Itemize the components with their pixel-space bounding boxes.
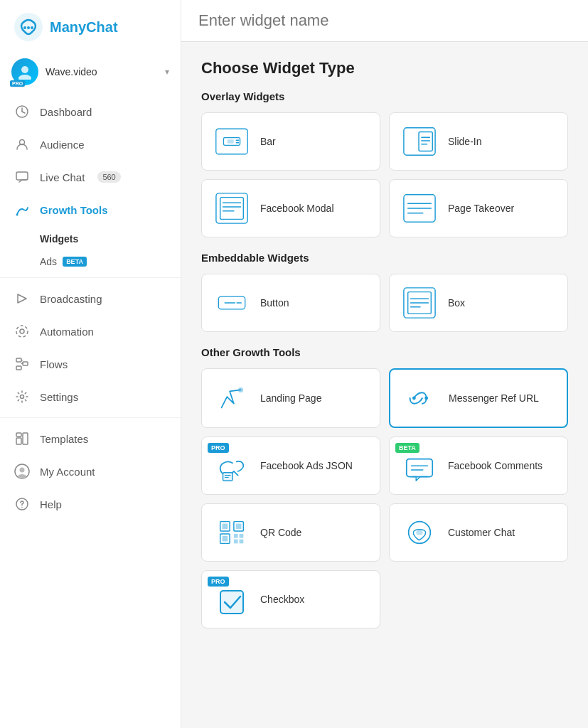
- facebook-modal-icon: [215, 191, 249, 225]
- divider-1: [0, 277, 181, 278]
- svg-point-53: [412, 397, 416, 400]
- widget-messenger-ref-url[interactable]: Messenger Ref URL: [389, 368, 568, 428]
- audience-icon: [14, 136, 30, 152]
- overlay-widgets-grid: Bar Slide-In: [201, 112, 568, 237]
- sidebar-item-broadcasting[interactable]: Broadcasting: [0, 282, 181, 315]
- button-icon: [215, 286, 249, 320]
- svg-point-24: [21, 507, 23, 508]
- templates-icon: [14, 431, 30, 446]
- growth-tools-label: Growth Tools: [40, 204, 108, 216]
- svg-point-5: [18, 75, 31, 80]
- live-chat-label: Live Chat: [40, 171, 85, 183]
- help-label: Help: [40, 498, 62, 510]
- widget-page-takeover[interactable]: Page Takeover: [389, 179, 568, 237]
- widgets-label: Widgets: [40, 233, 78, 245]
- other-widgets-grid: Landing Page Messenger Ref URL PRO: [201, 368, 568, 628]
- pro-badge: PRO: [10, 80, 25, 87]
- live-chat-badge: 560: [97, 171, 120, 183]
- svg-rect-62: [223, 524, 228, 530]
- checkbox-label: Checkbox: [260, 594, 304, 605]
- sidebar-item-templates[interactable]: Templates: [0, 422, 181, 455]
- logo-area: ManyChat: [0, 0, 181, 51]
- svg-rect-64: [236, 524, 242, 530]
- facebook-ads-json-label: Facebook Ads JSON: [260, 460, 353, 471]
- growth-icon: [14, 202, 30, 218]
- svg-point-3: [31, 26, 33, 29]
- svg-rect-14: [23, 362, 28, 365]
- audience-label: Audience: [40, 139, 85, 151]
- svg-rect-27: [228, 139, 234, 143]
- widget-checkbox[interactable]: PRO Checkbox: [201, 570, 380, 628]
- messenger-ref-url-icon: [403, 381, 437, 415]
- slide-in-icon: [402, 124, 437, 159]
- svg-marker-10: [18, 294, 26, 303]
- facebook-ads-json-icon: [215, 449, 249, 483]
- checkbox-icon: [215, 582, 249, 616]
- sidebar-sub-widgets[interactable]: Widgets: [0, 226, 181, 252]
- sidebar-item-help[interactable]: Help: [0, 488, 181, 520]
- sidebar-item-growth-tools[interactable]: Growth Tools: [0, 193, 181, 226]
- customer-chat-label: Customer Chat: [448, 527, 515, 538]
- widget-slide-in[interactable]: Slide-In: [389, 112, 568, 171]
- svg-rect-13: [16, 358, 21, 362]
- svg-rect-18: [16, 438, 21, 444]
- widget-box[interactable]: Box: [389, 274, 568, 332]
- widget-name-input[interactable]: [198, 11, 571, 30]
- widget-facebook-ads-json[interactable]: PRO Facebook Ads JSON: [201, 437, 380, 495]
- other-section-title: Other Growth Tools: [201, 346, 568, 358]
- widget-bar[interactable]: Bar: [201, 112, 380, 171]
- facebook-modal-label: Facebook Modal: [260, 203, 334, 214]
- svg-rect-31: [419, 132, 432, 151]
- svg-point-11: [20, 329, 24, 333]
- svg-rect-17: [16, 433, 21, 437]
- widget-customer-chat[interactable]: Customer Chat: [389, 503, 568, 562]
- qr-code-label: QR Code: [260, 527, 301, 538]
- svg-point-1: [23, 26, 26, 29]
- help-icon: [14, 496, 30, 512]
- svg-rect-68: [240, 534, 244, 538]
- svg-rect-70: [240, 540, 244, 544]
- widget-name-bar: [181, 0, 588, 42]
- widget-button[interactable]: Button: [201, 274, 380, 332]
- automation-label: Automation: [40, 326, 94, 338]
- svg-rect-55: [223, 473, 232, 481]
- sidebar-item-settings[interactable]: Settings: [0, 380, 181, 413]
- broadcast-icon: [14, 291, 30, 306]
- sidebar-item-live-chat[interactable]: Live Chat 560: [0, 161, 181, 193]
- svg-point-16: [21, 395, 24, 399]
- facebook-comments-label: Facebook Comments: [448, 460, 542, 471]
- ads-beta-badge: BETA: [63, 257, 87, 267]
- overlay-section-title: Overlay Widgets: [201, 90, 568, 102]
- widget-facebook-comments[interactable]: BETA Facebook Comments: [389, 437, 568, 495]
- content-area: Choose Widget Type Overlay Widgets Bar: [181, 42, 588, 728]
- my-account-icon: [14, 464, 30, 479]
- svg-point-21: [20, 468, 25, 473]
- embeddable-section-title: Embeddable Widgets: [201, 252, 568, 264]
- svg-point-52: [239, 388, 243, 392]
- widget-qr-code[interactable]: QR Code: [201, 503, 380, 562]
- svg-point-2: [27, 26, 30, 29]
- sidebar-item-dashboard[interactable]: Dashboard: [0, 95, 181, 128]
- svg-rect-58: [407, 459, 432, 477]
- landing-page-label: Landing Page: [260, 392, 321, 404]
- my-account-label: My Account: [40, 466, 95, 478]
- svg-point-9: [16, 214, 18, 216]
- divider-2: [0, 417, 181, 418]
- qr-code-icon: [215, 515, 249, 550]
- account-switcher[interactable]: PRO Wave.video ▾: [0, 51, 181, 95]
- svg-rect-66: [223, 536, 228, 542]
- sidebar-item-automation[interactable]: Automation: [0, 315, 181, 348]
- page-takeover-icon: [402, 191, 437, 225]
- chevron-down-icon: ▾: [165, 67, 169, 77]
- sidebar-item-flows[interactable]: Flows: [0, 348, 181, 380]
- sidebar-item-my-account[interactable]: My Account: [0, 455, 181, 488]
- broadcasting-label: Broadcasting: [40, 293, 102, 305]
- widget-facebook-modal[interactable]: Facebook Modal: [201, 179, 380, 237]
- svg-rect-8: [16, 172, 28, 180]
- sidebar-sub-ads[interactable]: Ads BETA: [0, 252, 181, 273]
- customer-chat-icon: [402, 515, 437, 550]
- page-takeover-label: Page Takeover: [448, 203, 514, 214]
- chat-icon: [14, 169, 30, 185]
- sidebar-item-audience[interactable]: Audience: [0, 128, 181, 161]
- widget-landing-page[interactable]: Landing Page: [201, 368, 380, 428]
